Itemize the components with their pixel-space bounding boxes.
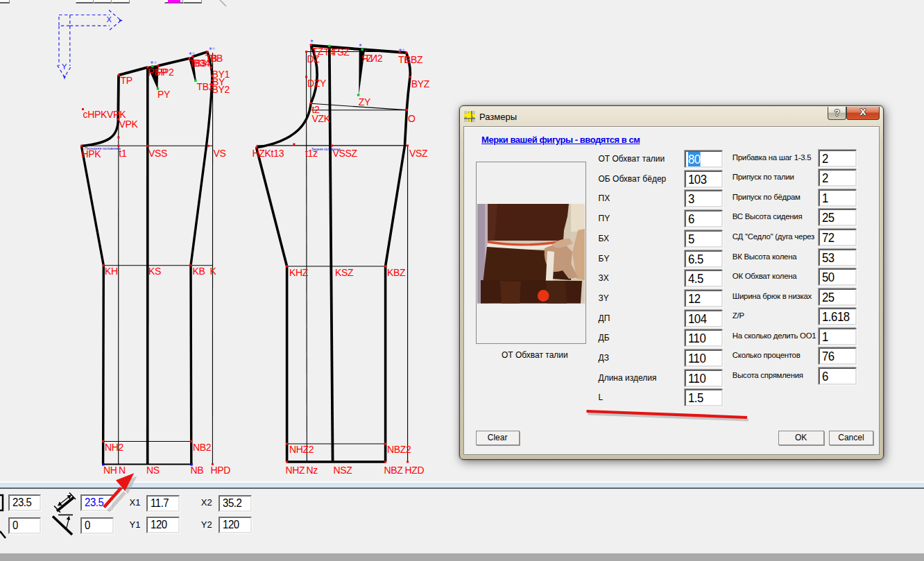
svg-text:Задняя половинка: Задняя половинка (311, 148, 341, 151)
svg-text:HZKt13: HZKt13 (253, 148, 284, 159)
svg-text:PY: PY (157, 89, 171, 100)
svg-text:*: * (359, 42, 362, 51)
svg-text:BY2: BY2 (212, 84, 230, 95)
svg-text:KBZ: KBZ (387, 267, 406, 278)
svg-text:NSZ: NSZ (334, 465, 353, 476)
svg-text:ВВ: ВВ (210, 53, 223, 64)
svg-text:NH2: NH2 (105, 442, 124, 453)
svg-text:VS: VS (214, 148, 226, 159)
svg-text:KB: KB (193, 266, 205, 277)
svg-text:X: X (107, 15, 112, 24)
svg-text:DZY: DZY (307, 78, 327, 89)
svg-text:HZD: HZD (405, 465, 425, 476)
svg-text:TP: TP (121, 75, 132, 86)
svg-text:O: O (408, 113, 416, 124)
svg-text:BYZ: BYZ (411, 78, 430, 89)
svg-text:ВВZ: ВВZ (404, 54, 423, 65)
svg-text:VSZ: VSZ (409, 148, 428, 159)
svg-text:Передняя половинка: Передняя половинка (85, 146, 121, 150)
svg-text:DZ: DZ (307, 53, 320, 64)
svg-text:HPD: HPD (211, 465, 231, 476)
svg-text:VSS: VSS (148, 148, 167, 159)
svg-text:Y: Y (62, 62, 67, 71)
svg-text:В34: В34 (194, 58, 211, 69)
svg-text:KHZ: KHZ (289, 267, 309, 278)
svg-text:NBZ: NBZ (384, 465, 404, 476)
svg-text:NHZ2: NHZ2 (289, 444, 314, 455)
svg-text:KSZ: KSZ (335, 267, 354, 278)
svg-text:NBZ2: NBZ2 (387, 444, 411, 455)
svg-text:ТSZ: ТSZ (332, 46, 350, 58)
svg-text:И2: И2 (370, 53, 383, 64)
svg-text:KH: KH (105, 266, 118, 277)
svg-text:NHZ: NHZ (286, 465, 306, 476)
svg-text:Nz: Nz (307, 465, 318, 476)
svg-text:KS: KS (148, 266, 161, 277)
svg-text:ZY: ZY (359, 96, 371, 107)
svg-text:VZK: VZK (312, 113, 331, 124)
svg-text:VPK: VPK (119, 119, 139, 130)
svg-text:NB2: NB2 (193, 442, 212, 453)
svg-text:РР2: РР2 (156, 67, 174, 78)
svg-text:K: K (210, 266, 217, 277)
